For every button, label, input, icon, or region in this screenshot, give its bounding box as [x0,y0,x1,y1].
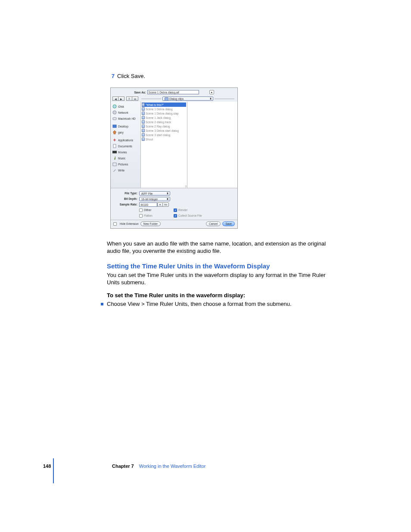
sidebar-item-documents[interactable]: Documents [112,143,140,149]
bit-depth-label: Bit Depth: [115,197,139,200]
sidebar-item-idisk[interactable]: iDisk [112,103,140,109]
section-heading: Setting the Time Ruler Units in the Wave… [107,262,339,270]
step-line: 7Click Save. [107,72,339,80]
file-item[interactable]: Scene 1 Debra dialog.stap [142,111,186,115]
file-item[interactable]: Scene 1 Debra dialog [142,107,186,111]
hide-extension-checkbox[interactable] [113,222,117,226]
cancel-button[interactable]: Cancel [206,221,221,226]
step-number: 7 [107,72,115,80]
svg-rect-7 [113,163,116,166]
svg-rect-3 [113,125,116,128]
flatten-checkbox[interactable] [139,214,143,218]
write-icon [112,168,117,172]
file-item[interactable]: Scene 2 dialog track [142,120,186,124]
sidebar-item-applications[interactable]: Applications [112,137,140,143]
file-icon [142,112,145,115]
sidebar-item-home[interactable]: gary [112,129,140,135]
bullet-item: Choose View > Time Ruler Units, then cho… [101,300,339,308]
sidebar: iDisk Network Macintosh HD Desktop gary … [111,102,141,188]
save-options: File Type: AIFF File Bit Depth: 16-bit I… [111,188,237,220]
dialog-footer: Hide Extension New Folder Cancel Save [111,220,237,227]
save-as-label: Save As: [134,91,146,94]
hd-icon [112,116,117,121]
location-label: Dialog clips [169,97,184,100]
view-column-button[interactable]: ⊞ [132,96,138,101]
sidebar-item-movies[interactable]: Movies [112,149,140,155]
file-item[interactable]: Scene 3 Debra start dialog [142,128,186,133]
file-item[interactable]: Scene 2 Ray dialog [142,124,186,128]
sidebar-item-hd[interactable]: Macintosh HD [112,115,140,121]
file-icon [142,107,145,111]
file-item[interactable]: Scene 1 Jack dialog [142,115,186,120]
forward-button[interactable]: ▶ [118,96,125,101]
sample-rate-input[interactable]: 44100 [139,202,157,207]
network-icon [112,110,117,115]
file-item[interactable]: Scene 3 start dialog [142,133,186,137]
svg-rect-6 [112,151,117,153]
home-icon [112,130,117,134]
svg-rect-2 [113,118,116,120]
dialog-body: iDisk Network Macintosh HD Desktop gary … [111,102,237,188]
bit-depth-popup[interactable]: 16-bit Integer [139,197,170,201]
step-text: Click Save. [117,73,145,79]
body-paragraph-2: You can set the Time Ruler units in the … [107,271,339,286]
page-footer: 148 Chapter 7 Working in the Waveform Ed… [43,464,345,469]
expand-button[interactable]: ▲ [209,90,214,94]
file-icon [142,129,145,132]
save-button[interactable]: Save [222,221,235,226]
chapter-label: Chapter 7 [112,464,134,469]
column-resize-handle[interactable]: || [185,185,187,187]
sample-rate-stepper[interactable]: ▼ [157,202,162,207]
pictures-icon [112,162,117,166]
idisk-icon [112,104,117,109]
file-icon [142,137,145,141]
flatten-label: Flatten [144,214,153,217]
svg-marker-4 [113,131,116,134]
page-number: 148 [43,464,60,469]
dialog-toolbar: ◀ ▶ ≡ ⊞ Dialog clips [111,96,237,102]
preview-column [187,102,237,188]
collect-label: Collect Source File [178,214,202,217]
view-list-button[interactable]: ≡ [126,96,132,101]
dither-checkbox[interactable] [139,208,143,212]
file-item[interactable]: "What is this?" [142,103,186,107]
file-type-popup[interactable]: AIFF File [139,191,170,196]
save-as-input[interactable]: Scene 1 Debra dialog.aif [147,90,199,94]
file-icon [142,103,145,106]
hide-extension-label: Hide Extension [120,222,139,225]
dither-label: Dither [144,208,151,212]
margin-rule [53,458,54,483]
file-item[interactable]: Shout [142,137,186,141]
page-content: 7Click Save. Save As: Scene 1 Debra dial… [107,72,339,308]
sidebar-item-write[interactable]: Write [112,167,140,173]
sidebar-item-desktop[interactable]: Desktop [112,123,140,129]
back-button[interactable]: ◀ [112,96,118,101]
body-paragraph-1: When you save an audio file with the sam… [107,240,339,255]
chapter-title: Working in the Waveform Editor [139,464,206,469]
sidebar-item-pictures[interactable]: Pictures [112,161,140,167]
render-checkbox[interactable]: ✓ [174,208,177,212]
bullet-text: Choose View > Time Ruler Units, then cho… [107,301,292,307]
music-icon [112,156,117,160]
folder-icon [165,97,168,101]
file-icon [142,124,145,128]
file-type-label: File Type: [115,192,139,195]
file-icon [142,120,145,124]
save-as-row: Save As: Scene 1 Debra dialog.aif ▲ [111,88,237,96]
expand-icon: ▲ [210,91,213,93]
file-icon [142,116,145,119]
hz-label: Hz [162,202,169,207]
svg-point-0 [113,105,116,108]
sidebar-item-music[interactable]: Music [112,155,140,161]
file-icon [142,133,145,137]
file-column[interactable]: "What is this?" Scene 1 Debra dialog Sce… [141,102,187,188]
movies-icon [112,150,117,154]
svg-rect-5 [113,144,116,148]
collect-checkbox[interactable]: ✓ [174,214,177,218]
svg-point-1 [113,111,116,114]
location-popup[interactable]: Dialog clips [162,96,213,101]
save-dialog: Save As: Scene 1 Debra dialog.aif ▲ ◀ ▶ … [110,87,238,229]
sidebar-item-network[interactable]: Network [112,109,140,115]
sample-rate-label: Sample Rate: [115,203,139,206]
new-folder-button[interactable]: New Folder [140,221,161,226]
